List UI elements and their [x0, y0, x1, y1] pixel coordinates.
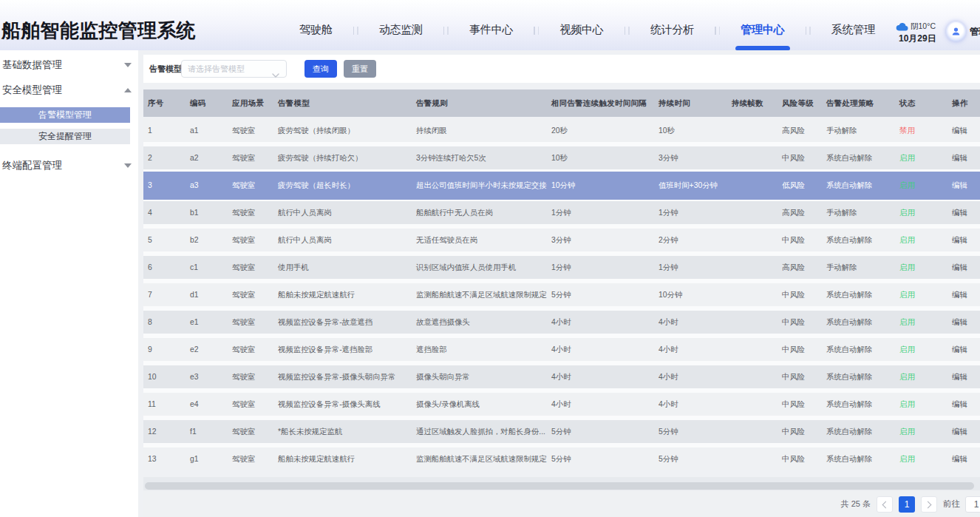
table-row[interactable]: 12f1驾驶室*船长未按规定监航通过区域触发人脸抓拍，对船长身份...5分钟5分… — [143, 420, 980, 443]
sidebar-item-safety-reminder[interactable]: 安全提醒管理 — [0, 129, 130, 144]
cell-model: 视频监控设备异常-摄像头离线 — [278, 393, 381, 416]
cell-scene: 驾驶室 — [232, 338, 255, 361]
edit-link[interactable]: 编辑 — [952, 174, 967, 197]
cell-serial: 13 — [148, 447, 157, 470]
cell-model: 船舶未按规定航速航行 — [278, 283, 355, 306]
search-button[interactable]: 查询 — [304, 60, 337, 78]
username[interactable]: 管理员 — [970, 26, 980, 38]
edit-link[interactable]: 编辑 — [952, 338, 967, 361]
table-row[interactable]: 13g1驾驶室船舶未按规定航速航行监测船舶航速不满足区域航速限制规定5分钟5分钟… — [143, 447, 980, 470]
reset-button[interactable]: 重置 — [344, 60, 376, 78]
edit-link[interactable]: 编辑 — [952, 365, 967, 388]
weather-widget: 阴10°C 10月29日 — [899, 21, 936, 45]
edit-link[interactable]: 编辑 — [952, 201, 967, 224]
table-row[interactable]: 7d1驾驶室船舶未按规定航速航行监测船舶航速不满足区域航速限制规定5分钟10分钟… — [143, 283, 980, 306]
nav-item-label: 管理中心 — [741, 23, 784, 37]
nav-item-1[interactable]: 驾驶舱 — [299, 0, 332, 50]
status-badge: 启用 — [899, 393, 915, 416]
sidebar-group-terminal-config[interactable]: 终端配置管理 — [0, 153, 138, 178]
cell-model: 视频监控设备异常-遮挡脸部 — [278, 338, 372, 361]
cell-serial: 5 — [148, 229, 152, 251]
cell-scene: 驾驶室 — [232, 365, 255, 388]
horizontal-scrollbar-thumb[interactable] — [145, 482, 974, 490]
pagination-next-button[interactable] — [921, 496, 937, 513]
cell-rule: 遮挡脸部 — [416, 338, 447, 361]
cell-model: 航行中人员离岗 — [278, 229, 332, 251]
cell-duration: 4小时 — [659, 338, 678, 361]
cell-model: 疲劳驾驶（持续闭眼） — [278, 119, 355, 142]
table-row[interactable]: 10e3驾驶室视频监控设备异常-摄像头朝向异常摄像头朝向异常4小时4小时中风险系… — [143, 365, 980, 388]
table-row[interactable]: 4b1驾驶室航行中人员离岗船舶航行中无人员在岗1分钟1分钟高风险手动解除启用编辑 — [143, 201, 980, 224]
chevron-up-icon — [124, 88, 132, 92]
status-badge: 启用 — [899, 283, 915, 306]
cell-duration: 4小时 — [659, 311, 678, 334]
pagination: 共 25 条 1 前往 — [143, 490, 980, 517]
cell-scene: 驾驶室 — [232, 229, 255, 251]
pagination-goto-input[interactable] — [965, 496, 980, 513]
top-nav: 驾驶舱动态监测事件中心视频中心统计分析管理中心系统管理 — [299, 0, 875, 50]
table-row[interactable]: 8e1驾驶室视频监控设备异常-故意遮挡故意遮挡摄像头4小时4小时中风险系统自动解… — [143, 311, 980, 334]
cell-duration: 5分钟 — [659, 420, 678, 443]
nav-separator-icon — [625, 0, 630, 50]
cell-code: b1 — [190, 201, 199, 224]
edit-link[interactable]: 编辑 — [952, 256, 967, 279]
cell-interval: 3分钟 — [551, 229, 571, 251]
column-header-model: 告警模型 — [278, 89, 310, 117]
cell-rule: 超出公司值班时间半小时未按规定交接 — [416, 174, 547, 197]
edit-link[interactable]: 编辑 — [952, 311, 967, 334]
cell-strategy: 系统自动解除 — [826, 146, 872, 169]
cell-code: a1 — [190, 119, 199, 142]
nav-item-7[interactable]: 系统管理 — [831, 0, 875, 50]
nav-item-label: 动态监测 — [379, 23, 423, 37]
cell-interval: 4小时 — [551, 311, 571, 334]
nav-item-3[interactable]: 事件中心 — [469, 0, 513, 50]
nav-item-6[interactable]: 管理中心 — [741, 0, 784, 50]
column-header-scene: 应用场景 — [232, 89, 264, 117]
active-nav-indicator — [735, 46, 790, 50]
sidebar-item-alarm-model[interactable]: 告警模型管理 — [0, 107, 130, 123]
cell-code: c1 — [190, 256, 198, 279]
table-row[interactable]: 6c1驾驶室使用手机识别区域内值班人员使用手机1分钟1分钟高风险手动解除启用编辑 — [143, 256, 980, 279]
user-avatar[interactable] — [946, 21, 966, 41]
edit-link[interactable]: 编辑 — [952, 447, 967, 470]
column-header-interval: 相同告警连续触发时间间隔 — [551, 89, 647, 117]
cell-strategy: 系统自动解除 — [826, 338, 872, 361]
status-badge: 禁用 — [899, 119, 915, 142]
weather-text: 阴10°C — [911, 21, 936, 32]
cell-scene: 驾驶室 — [232, 119, 255, 142]
table-row[interactable]: 11e4驾驶室视频监控设备异常-摄像头离线摄像头/录像机离线4小时4小时中风险系… — [143, 393, 980, 416]
nav-item-5[interactable]: 统计分析 — [650, 0, 694, 50]
alarm-model-select[interactable]: 请选择告警模型 — [181, 60, 287, 78]
edit-link[interactable]: 编辑 — [952, 146, 967, 169]
cell-rule: 3分钟连续打哈欠5次 — [416, 146, 486, 169]
edit-link[interactable]: 编辑 — [952, 283, 967, 306]
pagination-total: 共 25 条 — [841, 490, 871, 517]
edit-link[interactable]: 编辑 — [952, 119, 967, 142]
table-row[interactable]: 9e2驾驶室视频监控设备异常-遮挡脸部遮挡脸部4小时4小时中风险系统自动解除启用… — [143, 338, 980, 361]
sidebar-item-label: 告警模型管理 — [38, 109, 92, 121]
nav-item-4[interactable]: 视频中心 — [559, 0, 603, 50]
edit-link[interactable]: 编辑 — [952, 393, 967, 416]
cell-scene: 驾驶室 — [232, 201, 255, 224]
nav-item-label: 驾驶舱 — [299, 23, 332, 37]
cell-rule: 监测船舶航速不满足区域航速限制规定 — [416, 447, 547, 470]
pagination-page-1[interactable]: 1 — [899, 496, 915, 513]
cell-risk: 中风险 — [782, 229, 805, 251]
sidebar-group-safety-model[interactable]: 安全模型管理 — [0, 78, 138, 103]
status-badge: 启用 — [899, 311, 915, 334]
edit-link[interactable]: 编辑 — [952, 229, 967, 251]
table-row[interactable]: 2a2驾驶室疲劳驾驶（持续打哈欠）3分钟连续打哈欠5次10秒3分钟中风险系统自动… — [143, 146, 980, 169]
sidebar-group-basic-data[interactable]: 基础数据管理 — [0, 53, 138, 78]
table-row[interactable]: 1a1驾驶室疲劳驾驶（持续闭眼）持续闭眼20秒10秒高风险手动解除禁用编辑 — [143, 119, 980, 142]
chevron-down-icon — [124, 163, 132, 168]
edit-link[interactable]: 编辑 — [952, 420, 967, 443]
table-row[interactable]: 3a3驾驶室疲劳驾驶（超长时长）超出公司值班时间半小时未按规定交接10分钟值班时… — [143, 174, 980, 197]
cell-scene: 驾驶室 — [232, 447, 255, 470]
sidebar-group-label: 终端配置管理 — [2, 159, 62, 172]
status-badge: 启用 — [899, 256, 915, 279]
cell-scene: 驾驶室 — [232, 393, 255, 416]
pagination-prev-button[interactable] — [877, 496, 893, 513]
cell-duration: 4小时 — [659, 365, 678, 388]
nav-item-2[interactable]: 动态监测 — [379, 0, 423, 50]
table-row[interactable]: 5b2驾驶室航行中人员离岗无适任驾驶员在岗3分钟2分钟中风险系统自动解除启用编辑 — [143, 229, 980, 251]
